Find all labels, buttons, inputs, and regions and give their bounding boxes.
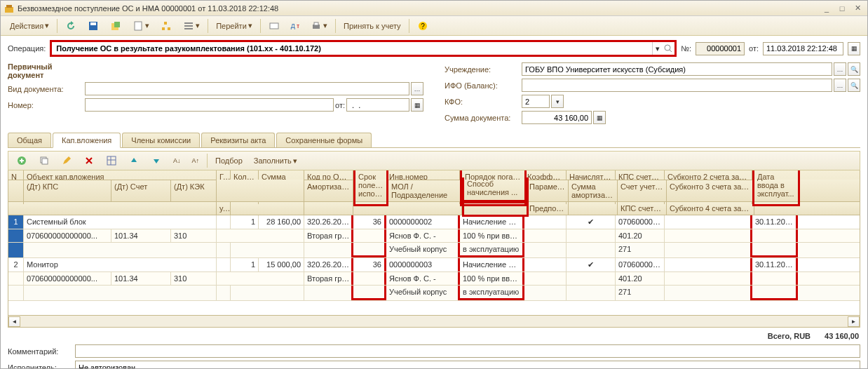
table-row[interactable]: Учебный корпус в эксплуатацию 271	[8, 243, 860, 258]
row-num: 1	[8, 215, 24, 229]
goto-menu[interactable]: Перейти ▾	[211, 19, 257, 32]
col-dts[interactable]: (Дт) Счет	[111, 180, 171, 201]
col-sumam[interactable]: Сумма амортизации	[569, 180, 618, 201]
col-y[interactable]: у...	[217, 202, 231, 215]
tab-common[interactable]: Общая	[8, 133, 51, 147]
up-icon[interactable]	[123, 153, 144, 168]
svg-rect-13	[270, 23, 278, 29]
doc-type-input[interactable]	[85, 82, 409, 95]
col-srok[interactable]: Срок полезн. исполь...	[353, 170, 388, 206]
sort-desc-icon[interactable]: A↑	[187, 155, 205, 166]
search-icon[interactable]	[662, 42, 674, 55]
col-kpsac[interactable]: КПС счета ...	[618, 202, 667, 215]
col-date[interactable]: Дата ввода в эксплуат...	[752, 170, 800, 206]
edit-icon[interactable]	[56, 153, 77, 168]
operation-label: Операция:	[8, 44, 46, 53]
table-row[interactable]: 2 Монитор 1 15 000,00 320.26.20.15 36 00…	[8, 258, 860, 272]
col-param[interactable]: Параметр ...	[527, 180, 569, 201]
col-mol[interactable]: МОЛ / Подразделение	[388, 180, 462, 201]
svg-rect-1	[6, 5, 12, 8]
list-icon[interactable]: ▾	[178, 18, 205, 34]
doc-date-input[interactable]	[763, 42, 843, 55]
grid-settings-icon[interactable]	[101, 153, 122, 168]
table-row[interactable]: 070600000000000... 101.34 310 Вторая гру…	[8, 229, 860, 243]
struct-icon[interactable]	[156, 18, 177, 34]
maximize-button[interactable]: □	[835, 3, 849, 14]
executor-input[interactable]	[75, 361, 860, 368]
select-button[interactable]: Подбор	[210, 154, 247, 167]
col-amort[interactable]: Амортизац...	[304, 180, 353, 201]
table-row[interactable]: 1 Системный блок 1 28 160,00 320.26.20.1…	[8, 215, 860, 229]
accept-button[interactable]: Принять к учету	[339, 20, 406, 32]
sum-input[interactable]	[522, 111, 592, 124]
help-icon[interactable]: ?	[412, 18, 433, 34]
svg-rect-15	[314, 22, 318, 25]
col-acc[interactable]: Счет учета ...	[618, 180, 667, 201]
down-icon[interactable]	[146, 153, 167, 168]
org-input[interactable]	[522, 62, 832, 76]
print-icon[interactable]: ▾	[306, 18, 332, 34]
copy-icon[interactable]	[34, 153, 55, 168]
comment-input[interactable]	[75, 344, 860, 358]
row-num: 2	[8, 258, 24, 271]
ifo-input[interactable]	[522, 79, 832, 92]
svg-rect-11	[184, 25, 193, 27]
grid-toolbar: A↓ A↑ Подбор Заполнить ▾	[8, 151, 860, 170]
tab-act[interactable]: Реквизиты акта	[201, 133, 275, 147]
app-icon	[4, 3, 15, 14]
operation-value: Получение ОС в результате разукомплектов…	[52, 43, 652, 54]
main-toolbar: Действия ▾ ▾ ▾ Перейти ▾ Дт ▾ Принять к …	[1, 16, 867, 36]
doc-type-select-button[interactable]: …	[411, 82, 423, 95]
number-input[interactable]	[85, 98, 334, 112]
kfo-input[interactable]	[522, 95, 550, 108]
kfo-dd-button[interactable]: ▾	[551, 95, 564, 108]
search-icon[interactable]: 🔍	[848, 79, 860, 92]
fill-button[interactable]: Заполнить ▾	[249, 154, 302, 168]
scroll-right-icon[interactable]: ►	[848, 316, 860, 327]
operation-select[interactable]: Получение ОС в результате разукомплектов…	[50, 40, 677, 57]
close-button[interactable]: ✕	[850, 3, 864, 14]
ifo-label: ИФО (Баланс):	[445, 81, 522, 90]
svg-rect-3	[90, 22, 96, 25]
svg-point-18	[665, 45, 670, 51]
tool-icon[interactable]	[264, 18, 285, 34]
ifo-select-button[interactable]: …	[834, 79, 846, 92]
col-dtk[interactable]: (Дт) КПС	[24, 180, 111, 201]
comment-label: Комментарий:	[8, 347, 71, 356]
minimize-button[interactable]: _	[820, 3, 834, 14]
save-icon[interactable]	[83, 18, 104, 34]
total-label: Всего, RUB	[768, 332, 811, 340]
col-pred[interactable]: Предполаг...	[527, 202, 569, 215]
table-row[interactable]: 070600000000000... 101.34 310 Вторая гру…	[8, 272, 860, 286]
number-ot-label: от:	[335, 101, 345, 109]
col-sub3[interactable]: Субконто 3 счета затрат	[667, 180, 754, 201]
delete-icon[interactable]	[79, 153, 100, 168]
refresh-icon[interactable]	[60, 18, 81, 34]
calendar-icon[interactable]: ▦	[848, 42, 860, 55]
calc-icon[interactable]: ▦	[593, 111, 606, 124]
data-grid: N Объект кап.вложения Г... Колич... Сумм…	[8, 170, 860, 328]
post-icon[interactable]	[105, 18, 126, 34]
table-row[interactable]: Учебный корпус в эксплуатацию 271	[8, 286, 860, 301]
chevron-down-icon[interactable]: ▾	[652, 42, 662, 55]
tab-forms[interactable]: Сохраненные формы	[276, 133, 372, 147]
svg-line-19	[670, 50, 672, 52]
dtkt-icon[interactable]: Дт	[286, 20, 304, 32]
svg-rect-10	[184, 22, 193, 24]
search-icon[interactable]: 🔍	[848, 62, 860, 76]
scroll-left-icon[interactable]: ◄	[8, 316, 20, 327]
col-dte[interactable]: (Дт) КЭК	[171, 180, 217, 201]
col-sub4[interactable]: Субконто 4 счета затрат	[667, 202, 754, 215]
doc-no-input[interactable]	[696, 42, 745, 55]
doc-icon[interactable]: ▾	[128, 18, 154, 34]
calendar-icon[interactable]: ▦	[411, 98, 423, 112]
org-select-button[interactable]: …	[834, 62, 846, 76]
svg-rect-12	[184, 28, 193, 29]
sort-asc-icon[interactable]: A↓	[168, 155, 186, 166]
add-icon[interactable]	[11, 153, 32, 168]
actions-menu[interactable]: Действия ▾	[5, 19, 54, 32]
number-ot-input[interactable]	[346, 98, 409, 112]
h-scrollbar[interactable]: ◄ ►	[8, 315, 860, 327]
tab-capital[interactable]: Кап.вложения	[53, 133, 121, 148]
tab-commission[interactable]: Члены комиссии	[122, 133, 200, 147]
